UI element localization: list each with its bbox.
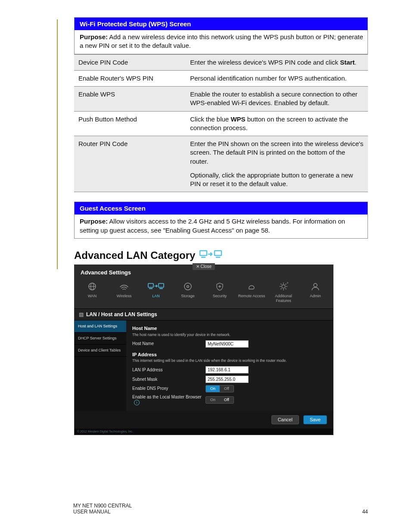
lan-category-heading: Advanced LAN Category [74, 249, 368, 262]
info-icon[interactable]: i [134, 400, 140, 405]
svg-line-18 [281, 284, 282, 285]
ip-title: IP Address [132, 352, 327, 358]
text: Enter the wireless device's WPS PIN code… [190, 59, 340, 66]
svg-rect-10 [159, 288, 163, 289]
wps-row-key: Push Button Method [74, 111, 186, 136]
hostname-input[interactable] [206, 340, 249, 348]
wps-row-key: Enable Router's WPS PIN [74, 70, 186, 86]
sidebar-item-device-tables[interactable]: Device and Client Tables [75, 345, 126, 357]
tab-security[interactable]: Security [204, 280, 236, 306]
svg-rect-2 [215, 251, 221, 255]
wps-row-val: Enter the PIN shown on the screen into t… [186, 136, 368, 192]
hostname-title: Host Name [132, 326, 327, 331]
dns-proxy-toggle[interactable]: On Off [206, 385, 234, 392]
svg-point-11 [184, 283, 191, 290]
page-number: 44 [362, 509, 368, 515]
wps-row-val: Personal identification number for WPS a… [186, 70, 368, 86]
bold: WPS [230, 115, 245, 123]
lmb-label: Enable as the Local Master Browser i [132, 395, 206, 405]
save-button[interactable]: Save [303, 415, 327, 424]
footer-line1: MY NET N900 CENTRAL [73, 503, 132, 509]
guest-title-bar: Guest Access Screen [74, 202, 368, 215]
table-row: Enable Router's WPS PIN Personal identif… [74, 70, 368, 86]
tab-label: Additional Features [275, 294, 292, 303]
sidebar-item-host-lan[interactable]: Host and LAN Settings [75, 320, 126, 333]
svg-rect-1 [201, 257, 206, 258]
wps-row-key: Device PIN Code [74, 54, 186, 70]
svg-line-19 [285, 289, 286, 289]
form-panel: Host Name The host name is used to ident… [126, 320, 333, 411]
subnet-label: Subnet Mask [132, 377, 206, 382]
svg-point-13 [282, 285, 285, 288]
svg-rect-8 [149, 288, 153, 289]
svg-rect-3 [216, 257, 220, 258]
tab-label: WAN [88, 294, 97, 298]
sub-header: ▤LAN / Host and LAN Settings [75, 308, 333, 320]
subnet-input[interactable] [206, 376, 249, 383]
wps-row-val: Enable the router to establish a secure … [186, 87, 368, 112]
lmb-toggle[interactable]: On Off [206, 396, 234, 404]
wps-row-val: Enter the wireless device's WPS PIN code… [186, 54, 368, 70]
tab-bar: WAN Wireless LAN Storage Security [75, 277, 333, 308]
wps-table: Device PIN Code Enter the wireless devic… [74, 54, 368, 193]
tab-label: Admin [310, 294, 321, 298]
guest-purpose: Purpose: Allow visitors access to the 2.… [74, 215, 368, 239]
sub-icon: ▤ [79, 311, 84, 317]
heading-text: Advanced LAN Category [74, 249, 195, 261]
close-button[interactable]: ✕ Close [193, 263, 215, 270]
text: Enter the PIN shown on the screen into t… [190, 140, 364, 166]
text: Optionally, click the appropriate button… [190, 171, 364, 189]
hostname-label: Host Name [132, 341, 206, 346]
sidebar-item-dhcp[interactable]: DHCP Server Settings [75, 333, 126, 345]
purpose-label: Purpose: [80, 218, 108, 225]
table-row: Push Button Method Click the blue WPS bu… [74, 111, 368, 136]
tab-wan[interactable]: WAN [76, 280, 108, 306]
tab-label: Remote Access [238, 294, 265, 298]
wps-purpose: Purpose: Add a new wireless device into … [74, 30, 368, 54]
sidebar: Host and LAN Settings DHCP Server Settin… [75, 320, 126, 411]
svg-point-23 [314, 283, 317, 287]
tab-label: LAN [152, 294, 160, 298]
svg-text:+: + [286, 282, 289, 285]
tab-label: Wireless [117, 294, 132, 298]
footer-line2: USER MANUAL [73, 509, 132, 515]
svg-point-12 [187, 286, 189, 288]
svg-rect-7 [148, 283, 153, 287]
table-row: Router PIN Code Enter the PIN shown on t… [74, 136, 368, 192]
page-footer: MY NET N900 CENTRAL USER MANUAL 44 [73, 503, 368, 515]
wps-row-key: Enable WPS [74, 87, 186, 112]
lan-icon [199, 249, 223, 262]
table-row: Device PIN Code Enter the wireless devic… [74, 54, 368, 70]
svg-line-21 [281, 289, 282, 289]
wps-row-key: Router PIN Code [74, 136, 186, 192]
svg-rect-9 [159, 283, 164, 287]
tab-label: Storage [181, 294, 195, 298]
wps-title-bar: Wi-Fi Protected Setup (WPS) Screen [74, 17, 368, 30]
tab-admin[interactable]: Admin [299, 280, 331, 306]
text: . [355, 59, 356, 66]
wps-row-val: Click the blue WPS button on the screen … [186, 111, 368, 136]
tab-label: Security [213, 294, 227, 298]
router-ui-screenshot: ✕ Close Advanced Settings WAN Wireless L… [74, 264, 333, 436]
toggle-off: Off [220, 397, 234, 403]
toggle-on: On [206, 397, 220, 403]
tab-storage[interactable]: Storage [172, 280, 204, 306]
tab-remote-access[interactable]: Remote Access [236, 280, 268, 306]
toggle-off: Off [220, 386, 234, 392]
tab-lan[interactable]: LAN [140, 280, 172, 306]
sub-header-text: LAN / Host and LAN Settings [86, 311, 157, 317]
tab-wireless[interactable]: Wireless [108, 280, 140, 306]
purpose-text: Allow visitors access to the 2.4 GHz and… [80, 218, 345, 233]
lan-ip-label: LAN IP Address [132, 367, 206, 373]
margin-rule [57, 19, 58, 269]
svg-rect-0 [200, 251, 207, 255]
copyright: © 2012 Western Digital Technologies, Inc… [75, 429, 333, 435]
dns-proxy-label: Enable DNS Proxy [132, 386, 206, 391]
purpose-text: Add a new wireless device into this netw… [80, 33, 363, 49]
hostname-note: The host name is used to identify your d… [132, 333, 327, 337]
lan-ip-input[interactable] [206, 366, 249, 373]
cancel-button[interactable]: Cancel [271, 415, 299, 424]
toggle-on: On [206, 386, 220, 392]
tab-additional-features[interactable]: + Additional Features [268, 280, 299, 306]
text: Click the blue [190, 115, 230, 123]
